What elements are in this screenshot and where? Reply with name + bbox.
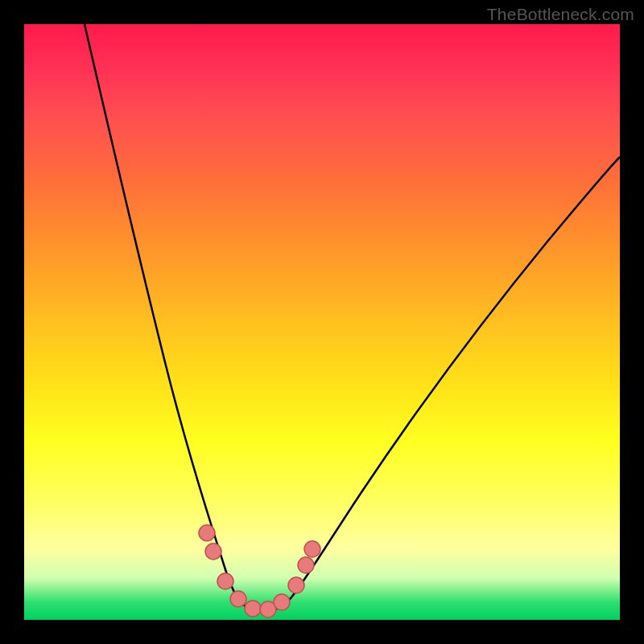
marker-dot (245, 601, 261, 617)
marker-dot (288, 577, 304, 593)
marker-dot (304, 541, 320, 557)
marker-dot (298, 557, 314, 573)
marker-group (199, 525, 320, 617)
curve-valley-and-right (237, 157, 620, 612)
watermark-text: TheBottleneck.com (487, 5, 634, 24)
marker-dot (205, 543, 221, 559)
chart-frame: TheBottleneck.com (0, 0, 644, 644)
curve-left-branch (85, 24, 237, 597)
chart-svg (24, 24, 620, 620)
marker-dot (274, 594, 290, 610)
marker-dot (217, 573, 233, 589)
marker-dot (230, 591, 246, 607)
marker-dot (199, 525, 215, 541)
